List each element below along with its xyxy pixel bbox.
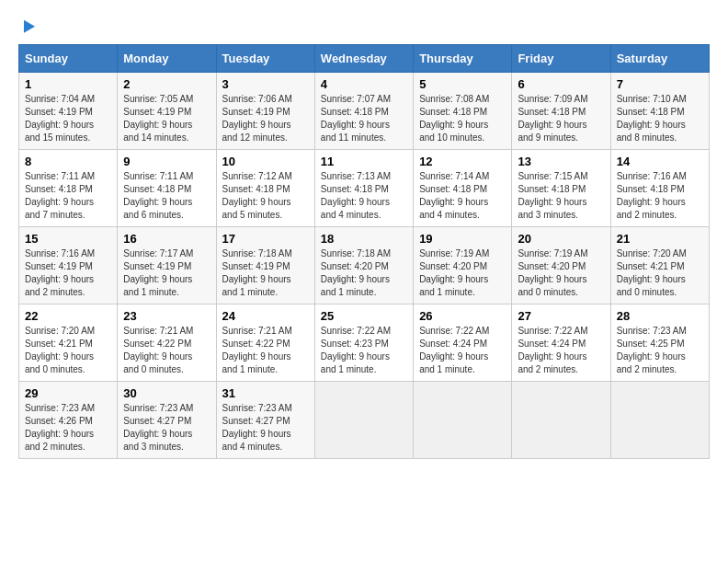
day-number: 17	[222, 232, 309, 246]
day-info: Sunrise: 7:08 AMSunset: 4:18 PMDaylight:…	[419, 93, 506, 144]
day-info: Sunrise: 7:22 AMSunset: 4:24 PMDaylight:…	[518, 325, 604, 376]
day-number: 12	[419, 155, 506, 168]
header	[18, 15, 710, 33]
day-number: 28	[617, 309, 703, 323]
calendar-cell: 6 Sunrise: 7:09 AMSunset: 4:18 PMDayligh…	[512, 72, 610, 149]
day-info: Sunrise: 7:21 AMSunset: 4:22 PMDaylight:…	[222, 325, 309, 376]
calendar-header-row: SundayMondayTuesdayWednesdayThursdayFrid…	[19, 44, 710, 72]
calendar-cell: 12 Sunrise: 7:14 AMSunset: 4:18 PMDaylig…	[414, 149, 512, 226]
calendar-cell: 13 Sunrise: 7:15 AMSunset: 4:18 PMDaylig…	[512, 149, 610, 226]
calendar-cell: 3 Sunrise: 7:06 AMSunset: 4:19 PMDayligh…	[216, 72, 314, 149]
day-number: 5	[419, 77, 506, 91]
logo-line1	[18, 15, 33, 33]
calendar-cell: 21 Sunrise: 7:20 AMSunset: 4:21 PMDaylig…	[610, 226, 709, 304]
calendar-cell: 18 Sunrise: 7:18 AMSunset: 4:20 PMDaylig…	[314, 226, 413, 304]
calendar-cell	[414, 381, 512, 458]
calendar-cell: 7 Sunrise: 7:10 AMSunset: 4:18 PMDayligh…	[610, 72, 709, 149]
day-info: Sunrise: 7:10 AMSunset: 4:18 PMDaylight:…	[617, 93, 703, 144]
day-info: Sunrise: 7:07 AMSunset: 4:18 PMDaylight:…	[321, 93, 407, 144]
calendar-cell: 30 Sunrise: 7:23 AMSunset: 4:27 PMDaylig…	[118, 381, 216, 458]
day-info: Sunrise: 7:19 AMSunset: 4:20 PMDaylight:…	[419, 247, 506, 299]
calendar-cell: 11 Sunrise: 7:13 AMSunset: 4:18 PMDaylig…	[314, 149, 413, 226]
day-number: 19	[419, 232, 506, 246]
calendar-cell: 29 Sunrise: 7:23 AMSunset: 4:26 PMDaylig…	[19, 381, 118, 458]
calendar-body: 1 Sunrise: 7:04 AMSunset: 4:19 PMDayligh…	[19, 72, 710, 458]
day-number: 7	[617, 77, 703, 91]
day-number: 30	[123, 386, 210, 400]
day-number: 9	[123, 155, 210, 168]
day-number: 14	[617, 155, 703, 168]
calendar-cell: 2 Sunrise: 7:05 AMSunset: 4:19 PMDayligh…	[118, 72, 216, 149]
day-info: Sunrise: 7:23 AMSunset: 4:26 PMDaylight:…	[25, 402, 111, 454]
calendar-cell	[314, 381, 413, 458]
day-info: Sunrise: 7:19 AMSunset: 4:20 PMDaylight:…	[518, 247, 604, 299]
calendar-cell: 23 Sunrise: 7:21 AMSunset: 4:22 PMDaylig…	[118, 304, 216, 381]
day-number: 25	[321, 309, 407, 323]
day-number: 10	[222, 155, 309, 168]
calendar-cell: 14 Sunrise: 7:16 AMSunset: 4:18 PMDaylig…	[610, 149, 709, 226]
day-info: Sunrise: 7:23 AMSunset: 4:27 PMDaylight:…	[123, 402, 210, 454]
col-header-thursday: Thursday	[414, 44, 512, 72]
day-info: Sunrise: 7:05 AMSunset: 4:19 PMDaylight:…	[123, 93, 210, 144]
day-number: 4	[321, 77, 407, 91]
day-info: Sunrise: 7:18 AMSunset: 4:20 PMDaylight:…	[321, 247, 407, 299]
day-info: Sunrise: 7:16 AMSunset: 4:19 PMDaylight:…	[25, 247, 111, 299]
day-info: Sunrise: 7:12 AMSunset: 4:18 PMDaylight:…	[222, 170, 309, 222]
calendar-cell: 5 Sunrise: 7:08 AMSunset: 4:18 PMDayligh…	[414, 72, 512, 149]
day-number: 11	[321, 155, 407, 168]
calendar-cell: 9 Sunrise: 7:11 AMSunset: 4:18 PMDayligh…	[118, 149, 216, 226]
day-info: Sunrise: 7:22 AMSunset: 4:24 PMDaylight:…	[419, 325, 506, 376]
day-number: 22	[25, 309, 111, 323]
col-header-monday: Monday	[118, 44, 216, 72]
calendar-cell: 26 Sunrise: 7:22 AMSunset: 4:24 PMDaylig…	[414, 304, 512, 381]
day-number: 16	[123, 232, 210, 246]
day-number: 26	[419, 309, 506, 323]
calendar-cell: 22 Sunrise: 7:20 AMSunset: 4:21 PMDaylig…	[19, 304, 118, 381]
day-info: Sunrise: 7:13 AMSunset: 4:18 PMDaylight:…	[321, 170, 407, 222]
calendar-cell: 20 Sunrise: 7:19 AMSunset: 4:20 PMDaylig…	[512, 226, 610, 304]
calendar-cell: 19 Sunrise: 7:19 AMSunset: 4:20 PMDaylig…	[414, 226, 512, 304]
day-info: Sunrise: 7:14 AMSunset: 4:18 PMDaylight:…	[419, 170, 506, 222]
calendar-cell: 17 Sunrise: 7:18 AMSunset: 4:19 PMDaylig…	[216, 226, 314, 304]
logo	[18, 15, 33, 33]
day-number: 23	[123, 309, 210, 323]
day-number: 15	[25, 232, 111, 246]
day-number: 29	[25, 386, 111, 400]
day-number: 3	[222, 77, 309, 91]
logo-triangle-icon	[18, 17, 35, 32]
calendar-week-2: 8 Sunrise: 7:11 AMSunset: 4:18 PMDayligh…	[19, 149, 710, 226]
day-info: Sunrise: 7:18 AMSunset: 4:19 PMDaylight:…	[222, 247, 309, 299]
day-info: Sunrise: 7:21 AMSunset: 4:22 PMDaylight:…	[123, 325, 210, 376]
calendar-cell: 1 Sunrise: 7:04 AMSunset: 4:19 PMDayligh…	[19, 72, 118, 149]
calendar-cell: 8 Sunrise: 7:11 AMSunset: 4:18 PMDayligh…	[19, 149, 118, 226]
day-info: Sunrise: 7:11 AMSunset: 4:18 PMDaylight:…	[25, 170, 111, 222]
calendar-cell: 25 Sunrise: 7:22 AMSunset: 4:23 PMDaylig…	[314, 304, 413, 381]
calendar-week-4: 22 Sunrise: 7:20 AMSunset: 4:21 PMDaylig…	[19, 304, 710, 381]
col-header-saturday: Saturday	[610, 44, 709, 72]
day-number: 31	[222, 386, 309, 400]
calendar-cell: 15 Sunrise: 7:16 AMSunset: 4:19 PMDaylig…	[19, 226, 118, 304]
calendar-week-5: 29 Sunrise: 7:23 AMSunset: 4:26 PMDaylig…	[19, 381, 710, 458]
calendar-week-3: 15 Sunrise: 7:16 AMSunset: 4:19 PMDaylig…	[19, 226, 710, 304]
day-number: 27	[518, 309, 604, 323]
calendar-cell: 10 Sunrise: 7:12 AMSunset: 4:18 PMDaylig…	[216, 149, 314, 226]
day-number: 1	[25, 77, 111, 91]
calendar-cell: 24 Sunrise: 7:21 AMSunset: 4:22 PMDaylig…	[216, 304, 314, 381]
day-info: Sunrise: 7:16 AMSunset: 4:18 PMDaylight:…	[617, 170, 703, 222]
day-info: Sunrise: 7:23 AMSunset: 4:25 PMDaylight:…	[617, 325, 703, 376]
col-header-wednesday: Wednesday	[314, 44, 413, 72]
day-info: Sunrise: 7:23 AMSunset: 4:27 PMDaylight:…	[222, 402, 309, 454]
col-header-friday: Friday	[512, 44, 610, 72]
day-info: Sunrise: 7:06 AMSunset: 4:19 PMDaylight:…	[222, 93, 309, 144]
day-info: Sunrise: 7:11 AMSunset: 4:18 PMDaylight:…	[123, 170, 210, 222]
day-info: Sunrise: 7:09 AMSunset: 4:18 PMDaylight:…	[518, 93, 604, 144]
col-header-tuesday: Tuesday	[216, 44, 314, 72]
calendar-cell	[512, 381, 610, 458]
day-number: 13	[518, 155, 604, 168]
day-number: 8	[25, 155, 111, 168]
day-info: Sunrise: 7:20 AMSunset: 4:21 PMDaylight:…	[617, 247, 703, 299]
day-number: 21	[617, 232, 703, 246]
calendar-cell: 27 Sunrise: 7:22 AMSunset: 4:24 PMDaylig…	[512, 304, 610, 381]
calendar-cell: 4 Sunrise: 7:07 AMSunset: 4:18 PMDayligh…	[314, 72, 413, 149]
day-info: Sunrise: 7:22 AMSunset: 4:23 PMDaylight:…	[321, 325, 407, 376]
